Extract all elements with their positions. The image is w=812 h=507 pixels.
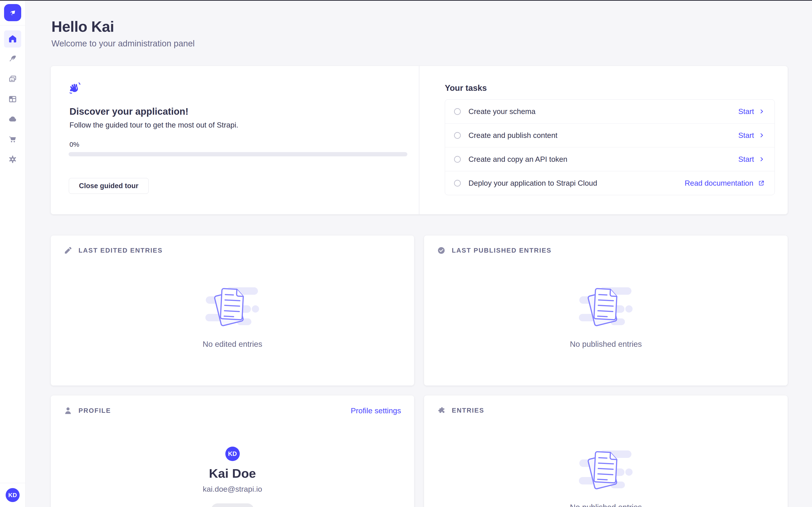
- chevron-right-icon: [759, 132, 765, 138]
- window-top-border: [0, 0, 812, 1]
- strapi-admin-homepage: KD Hello Kai Welcome to your administrat…: [0, 0, 812, 507]
- guided-tour-title: Discover your application!: [69, 106, 188, 117]
- home-icon: [8, 35, 17, 44]
- sidebar-item-cloud[interactable]: [4, 111, 21, 128]
- last-edited-entries-card: LAST EDITED ENTRIES No edited entries: [51, 235, 414, 386]
- progress-label: 0%: [69, 140, 79, 148]
- profile-name: Kai Doe: [51, 466, 414, 481]
- cart-icon: [8, 135, 17, 144]
- logo-area: [0, 0, 25, 25]
- task-action-label: Read documentation: [684, 179, 753, 187]
- task-row: Create and publish content Start: [445, 123, 774, 147]
- widget-header: ENTRIES: [437, 406, 774, 414]
- widget-header: PROFILE Profile settings: [64, 406, 401, 415]
- chevron-right-icon: [759, 156, 765, 162]
- tasks-title: Your tasks: [445, 83, 487, 93]
- empty-state: No published entries: [424, 448, 788, 507]
- task-radio[interactable]: [454, 156, 461, 163]
- progress-bar: [68, 152, 407, 156]
- task-label: Create your schema: [468, 107, 536, 116]
- chevron-right-icon: [759, 108, 765, 114]
- empty-state-text: No published entries: [570, 340, 642, 349]
- sidebar-user-area: KD: [0, 483, 25, 507]
- task-radio[interactable]: [454, 108, 461, 115]
- person-icon: [64, 406, 72, 415]
- empty-state: No edited entries: [51, 285, 414, 349]
- empty-state-text: No published entries: [570, 503, 642, 507]
- empty-documents-illustration: [205, 285, 260, 327]
- puzzle-icon: [437, 406, 446, 414]
- external-link-icon: [758, 180, 765, 186]
- widget-title: LAST PUBLISHED ENTRIES: [452, 247, 552, 254]
- guided-tour-panel: Discover your application! Follow the gu…: [51, 66, 788, 214]
- task-row: Create your schema Start: [445, 100, 774, 123]
- profile-card: PROFILE Profile settings KD Kai Doe kai.…: [51, 395, 414, 507]
- user-avatar[interactable]: KD: [6, 488, 19, 502]
- profile-avatar: KD: [225, 447, 240, 461]
- check-circle-icon: [437, 246, 446, 255]
- profile-role-badge: [211, 503, 254, 507]
- task-label: Create and copy an API token: [468, 155, 567, 164]
- close-guided-tour-button[interactable]: Close guided tour: [69, 178, 149, 194]
- task-action-label: Start: [738, 131, 754, 140]
- page-subtitle: Welcome to your administration panel: [51, 38, 195, 49]
- images-icon: [8, 75, 17, 83]
- widget-title: LAST EDITED ENTRIES: [79, 247, 163, 254]
- task-row: Create and copy an API token Start: [445, 147, 774, 171]
- page-header: Hello Kai Welcome to your administration…: [51, 18, 195, 49]
- task-action-link[interactable]: Start: [738, 155, 765, 164]
- task-row: Deploy your application to Strapi Cloud …: [445, 171, 774, 195]
- gear-icon: [8, 155, 17, 164]
- guided-tour-card: Discover your application! Follow the gu…: [51, 66, 419, 214]
- entries-card: ENTRIES No published entries: [424, 395, 788, 507]
- empty-documents-illustration: [578, 285, 633, 327]
- empty-state: No published entries: [424, 285, 788, 349]
- widget-title: ENTRIES: [452, 407, 484, 414]
- strapi-logo-icon: [7, 7, 18, 18]
- layout-icon: [8, 95, 17, 103]
- sidebar-nav: [0, 25, 25, 168]
- task-label: Create and publish content: [468, 131, 557, 140]
- last-published-entries-card: LAST PUBLISHED ENTRIES No published entr…: [424, 235, 788, 386]
- waving-hand-icon: [69, 82, 82, 95]
- profile-settings-link[interactable]: Profile settings: [351, 406, 401, 415]
- empty-state-text: No edited entries: [203, 340, 262, 349]
- tasks-list: Create your schema Start Create and publ…: [445, 99, 775, 195]
- profile-email: kai.doe@strapi.io: [51, 485, 414, 494]
- widget-title: PROFILE: [79, 407, 111, 414]
- cloud-icon: [8, 115, 17, 123]
- sidebar-item-content-manager[interactable]: [4, 51, 21, 68]
- tasks-panel: Your tasks Create your schema Start Crea…: [420, 66, 788, 214]
- sidebar-item-marketplace[interactable]: [4, 131, 21, 148]
- sidebar-item-content-type-builder[interactable]: [4, 91, 21, 108]
- task-label: Deploy your application to Strapi Cloud: [468, 179, 597, 187]
- sidebar-item-media-library[interactable]: [4, 70, 21, 88]
- page-title: Hello Kai: [51, 18, 195, 35]
- pencil-icon: [64, 246, 72, 255]
- strapi-logo[interactable]: [4, 4, 21, 21]
- sidebar-item-settings[interactable]: [4, 151, 21, 168]
- task-action-link[interactable]: Start: [738, 107, 765, 116]
- sidebar-item-home[interactable]: [4, 31, 21, 48]
- task-action-link[interactable]: Start: [738, 131, 765, 140]
- task-action-label: Start: [738, 107, 754, 116]
- task-radio[interactable]: [454, 180, 461, 186]
- feather-icon: [8, 55, 17, 63]
- task-radio[interactable]: [454, 132, 461, 139]
- task-action-label: Start: [738, 155, 754, 164]
- widget-header: LAST EDITED ENTRIES: [64, 246, 401, 255]
- task-action-link[interactable]: Read documentation: [684, 179, 765, 187]
- guided-tour-description: Follow the guided tour to get the most o…: [69, 120, 238, 130]
- widget-header: LAST PUBLISHED ENTRIES: [437, 246, 774, 255]
- sidebar: KD: [0, 0, 26, 507]
- empty-documents-illustration: [578, 448, 633, 491]
